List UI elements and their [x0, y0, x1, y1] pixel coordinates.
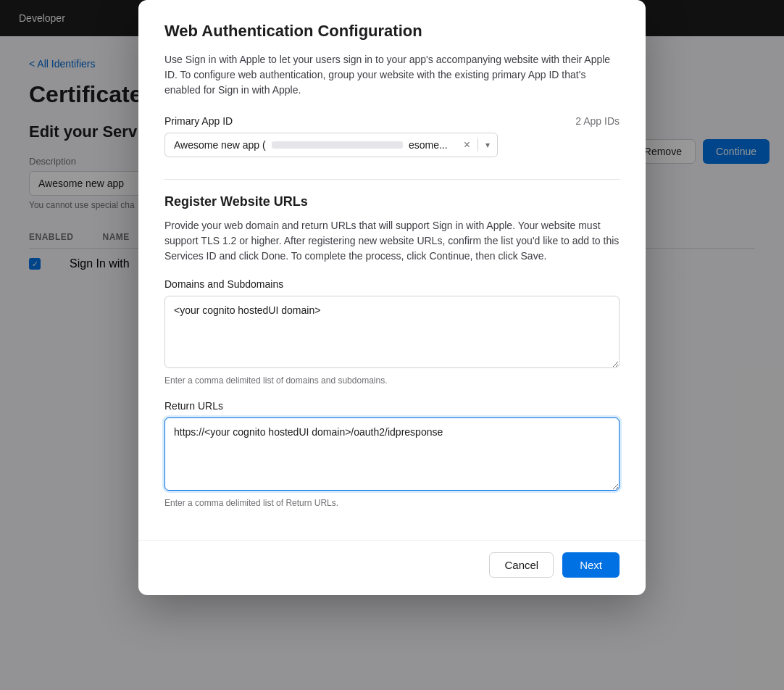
- return-urls-textarea[interactable]: https://<your cognito hostedUI domain>/o…: [164, 417, 620, 490]
- domains-form-group: Domains and Subdomains <your cognito hos…: [164, 278, 620, 386]
- return-urls-hint: Enter a comma delimited list of Return U…: [164, 498, 620, 508]
- modal-footer: Cancel Next: [138, 540, 646, 595]
- modal-body: Web Authentication Configuration Use Sig…: [138, 0, 646, 540]
- app-id-count: 2 App IDs: [575, 115, 620, 127]
- next-button[interactable]: Next: [562, 552, 620, 578]
- return-urls-label: Return URLs: [164, 400, 620, 412]
- register-section-title: Register Website URLs: [164, 194, 620, 209]
- app-id-value: Awesome new app ( esome...: [165, 133, 456, 157]
- primary-app-id-header: Primary App ID 2 App IDs: [164, 115, 620, 127]
- web-auth-config-modal: Web Authentication Configuration Use Sig…: [138, 0, 646, 595]
- primary-app-id-label: Primary App ID: [164, 115, 233, 127]
- return-urls-form-group: Return URLs https://<your cognito hosted…: [164, 400, 620, 507]
- section-divider: [164, 179, 620, 180]
- app-id-selector[interactable]: Awesome new app ( esome... × ▾: [164, 133, 498, 157]
- app-id-clear-button[interactable]: ×: [456, 138, 478, 151]
- domains-textarea[interactable]: <your cognito hostedUI domain>: [164, 296, 620, 368]
- app-id-placeholder-bar: [272, 141, 403, 149]
- chevron-down-icon[interactable]: ▾: [478, 140, 497, 150]
- modal-title: Web Authentication Configuration: [164, 22, 620, 41]
- domains-hint: Enter a comma delimited list of domains …: [164, 375, 620, 386]
- cancel-button[interactable]: Cancel: [489, 552, 554, 578]
- domains-label: Domains and Subdomains: [164, 278, 620, 290]
- modal-description: Use Sign in with Apple to let your users…: [164, 52, 620, 98]
- app-id-text-end: esome...: [409, 139, 448, 151]
- register-website-section: Register Website URLs Provide your web d…: [164, 194, 620, 508]
- app-id-text-start: Awesome new app (: [174, 139, 266, 151]
- primary-app-id-section: Primary App ID 2 App IDs Awesome new app…: [164, 115, 620, 157]
- register-section-description: Provide your web domain and return URLs …: [164, 218, 620, 264]
